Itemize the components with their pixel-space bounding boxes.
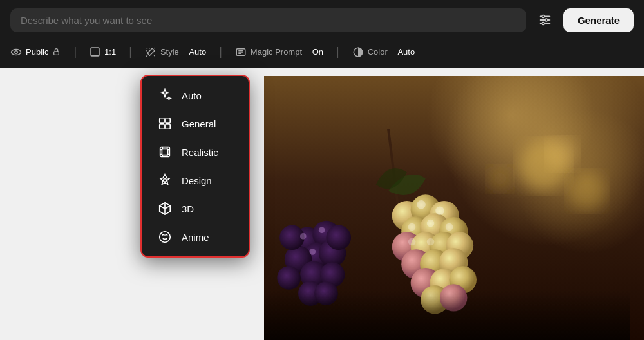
color-option[interactable]: Color Auto — [352, 46, 415, 58]
style-option[interactable]: Style Auto — [145, 46, 206, 58]
grape-image — [264, 76, 644, 340]
svg-point-27 — [547, 138, 578, 169]
svg-point-7 — [15, 50, 18, 53]
svg-point-65 — [427, 220, 435, 227]
auto-label: Auto — [182, 90, 202, 101]
separator-3: | — [219, 45, 222, 59]
svg-point-41 — [300, 233, 307, 240]
separator-1: | — [73, 45, 77, 59]
sliders-button[interactable] — [533, 8, 557, 32]
svg-point-64 — [408, 223, 416, 231]
square-icon — [90, 46, 100, 57]
design-icon — [157, 173, 173, 188]
svg-rect-19 — [160, 124, 164, 129]
search-input[interactable] — [21, 15, 516, 26]
svg-point-66 — [446, 223, 453, 231]
separator-2: | — [129, 45, 132, 59]
style-value: Auto — [189, 47, 206, 57]
auto-icon — [157, 88, 173, 103]
realistic-label: Realistic — [182, 147, 218, 158]
style-dropdown: Auto General Realistic — [140, 75, 250, 258]
svg-rect-22 — [162, 149, 167, 155]
svg-rect-17 — [160, 118, 164, 123]
general-icon — [157, 116, 173, 131]
general-label: General — [182, 118, 216, 129]
svg-point-28 — [488, 166, 513, 191]
magic-prefix: Magic Prompt — [251, 47, 302, 57]
dropdown-item-anime[interactable]: Anime — [144, 223, 246, 251]
svg-point-23 — [164, 179, 167, 182]
svg-point-62 — [417, 200, 426, 209]
aspect-ratio-option[interactable]: 1:1 — [90, 46, 116, 57]
dropdown-item-general[interactable]: General — [144, 109, 246, 138]
svg-point-43 — [309, 249, 316, 255]
svg-rect-9 — [91, 48, 99, 56]
anime-label: Anime — [182, 232, 209, 243]
svg-point-5 — [542, 23, 544, 25]
aspect-ratio-label: 1:1 — [104, 47, 116, 57]
magic-prompt-option[interactable]: Magic Prompt On — [235, 46, 323, 58]
svg-rect-20 — [166, 124, 170, 129]
eye-icon — [10, 46, 22, 58]
color-icon — [352, 46, 364, 58]
svg-point-42 — [319, 227, 325, 233]
search-wrapper[interactable] — [10, 8, 526, 32]
wand-icon — [145, 46, 156, 58]
svg-point-67 — [408, 238, 416, 246]
grapes-svg — [264, 129, 630, 340]
color-prefix: Color — [368, 47, 388, 57]
svg-point-6 — [12, 49, 21, 55]
svg-rect-69 — [264, 290, 630, 340]
lock-icon — [52, 48, 61, 56]
visibility-option[interactable]: Public — [10, 46, 61, 58]
top-bar: Generate — [0, 0, 644, 40]
options-bar: Public | 1:1 | Style Auto | Magi — [0, 40, 644, 68]
svg-point-3 — [542, 15, 544, 18]
threed-icon — [157, 201, 173, 216]
magic-value: On — [312, 47, 323, 57]
anime-icon — [157, 229, 173, 245]
visibility-label: Public — [26, 47, 48, 57]
generate-button[interactable]: Generate — [564, 8, 634, 32]
content-area — [264, 76, 644, 340]
svg-point-36 — [326, 225, 351, 250]
svg-point-4 — [545, 19, 548, 21]
dropdown-item-realistic[interactable]: Realistic — [144, 138, 246, 166]
svg-point-37 — [277, 266, 301, 290]
realistic-icon — [157, 144, 173, 160]
design-label: Design — [182, 175, 212, 186]
separator-4: | — [336, 45, 339, 59]
magic-icon — [235, 46, 247, 58]
style-prefix: Style — [160, 47, 179, 57]
svg-point-68 — [427, 238, 435, 246]
color-value: Auto — [397, 47, 415, 57]
svg-point-63 — [435, 207, 444, 216]
threed-label: 3D — [182, 203, 194, 214]
svg-point-26 — [569, 173, 606, 210]
dropdown-item-auto[interactable]: Auto — [144, 81, 246, 109]
svg-rect-18 — [166, 118, 170, 123]
svg-rect-8 — [54, 52, 59, 55]
svg-point-24 — [160, 232, 171, 243]
dropdown-item-3d[interactable]: 3D — [144, 194, 246, 223]
sliders-icon — [538, 13, 552, 27]
dropdown-item-design[interactable]: Design — [144, 166, 246, 194]
